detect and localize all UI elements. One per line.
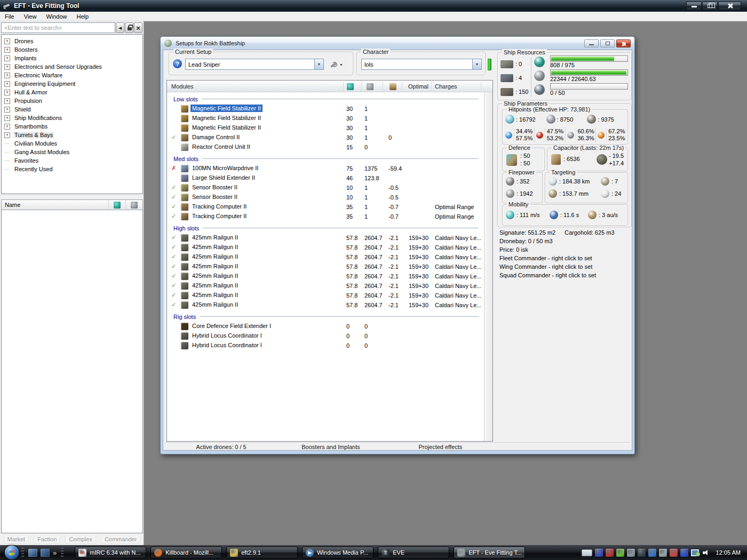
fitting-tools-button[interactable]: ▼ [329, 60, 347, 69]
character-combobox[interactable]: lols ▼ [361, 59, 482, 70]
network-icon[interactable] [691, 549, 700, 556]
fleet-commander-info[interactable]: Fleet Commander - right click to set [499, 255, 565, 263]
module-row-magnetic-field-stabilizer-ii[interactable]: Magnetic Field Stabilizer II301 [167, 104, 484, 114]
tray-update-check-icon[interactable] [659, 549, 667, 557]
tab-faction[interactable]: Faction [34, 535, 60, 543]
help-icon[interactable]: ? [173, 59, 182, 68]
expand-plus-icon[interactable]: + [4, 64, 10, 70]
tree-item-recently-used[interactable]: Recently Used [2, 165, 142, 173]
minimize-button[interactable] [686, 2, 702, 10]
setup-close-button[interactable] [616, 39, 631, 47]
module-row-425mm-railgun-ii[interactable]: ✓425mm Railgun II57.82604.7-2.1159+30Cal… [167, 233, 484, 243]
restore-button[interactable] [702, 2, 718, 10]
expand-plus-icon[interactable]: + [4, 132, 10, 138]
module-row-425mm-railgun-ii[interactable]: ✓425mm Railgun II57.82604.7-2.1159+30Cal… [167, 271, 484, 281]
module-row-425mm-railgun-ii[interactable]: ✓425mm Railgun II57.82604.7-2.1159+30Cal… [167, 252, 484, 262]
expand-plus-icon[interactable]: + [4, 107, 10, 113]
module-row-sensor-booster-ii[interactable]: ✓Sensor Booster II101-0.5 [167, 183, 484, 193]
module-row-sensor-booster-ii[interactable]: ✓Sensor Booster II101-0.5 [167, 193, 484, 202]
tray-app-gray-icon[interactable] [627, 549, 635, 557]
clock[interactable]: 12:05 AM [716, 549, 741, 556]
menu-view[interactable]: View [19, 12, 42, 21]
volume-icon[interactable] [703, 549, 710, 556]
dropdown-arrow-icon[interactable]: ▼ [472, 59, 481, 69]
tree-item-ship-modifications[interactable]: +Ship Modifications [2, 114, 142, 122]
module-row-magnetic-field-stabilizer-ii[interactable]: Magnetic Field Stabilizer II301 [167, 114, 484, 123]
powergrid-column-header[interactable] [367, 81, 374, 92]
expand-plus-icon[interactable]: + [4, 90, 10, 95]
tab-complex[interactable]: Complex [65, 535, 96, 543]
tree-item-electronics-and-sensor-upgrades[interactable]: +Electronics and Sensor Upgrades [2, 62, 142, 71]
tray-app-blue-icon[interactable] [648, 549, 656, 557]
show-desktop-icon[interactable] [28, 549, 37, 557]
module-row-425mm-railgun-ii[interactable]: ✓425mm Railgun II57.82604.7-2.1159+30Cal… [167, 291, 484, 300]
wing-commander-info[interactable]: Wing Commander - right click to set [499, 263, 565, 272]
module-row-damage-control-ii[interactable]: ✓Damage Control II3010 [167, 133, 484, 142]
menu-file[interactable]: File [0, 12, 19, 21]
taskbar-button-killboard-mozill[interactable]: Killboard - Mozill... [150, 547, 222, 558]
expand-plus-icon[interactable]: + [4, 55, 10, 61]
module-row-100mn-microwarpdrive-ii[interactable]: ✗100MN MicroWarpdrive II751375-59.4 [167, 164, 484, 173]
tray-app-dark-icon[interactable] [638, 549, 646, 557]
tab-commander[interactable]: Commander [101, 535, 141, 543]
module-row-425mm-railgun-ii[interactable]: ✓425mm Railgun II57.82604.7-2.1159+30Cal… [167, 262, 484, 271]
powergrid-column-header[interactable] [125, 200, 142, 210]
tray-windows-colors-icon[interactable] [670, 549, 678, 557]
dropdown-arrow-icon[interactable]: ▼ [314, 59, 323, 69]
search-back-button[interactable]: ◀ [116, 22, 124, 33]
start-button[interactable] [5, 546, 19, 559]
expand-plus-icon[interactable]: + [4, 81, 10, 87]
boosters-implants-panel[interactable]: Boosters and Implants [276, 444, 385, 450]
tree-item-propulsion[interactable]: +Propulsion [2, 97, 142, 105]
search-clear-button[interactable]: × [134, 22, 142, 33]
module-row-425mm-railgun-ii[interactable]: ✓425mm Railgun II57.82604.7-2.1159+30Cal… [167, 300, 484, 310]
search-input[interactable] [1, 22, 115, 33]
menu-help[interactable]: Help [72, 12, 94, 21]
taskbar-button-eft2-9-1[interactable]: eft2.9.1 [226, 547, 298, 558]
optimal-column-header[interactable]: Optimal [408, 81, 428, 92]
module-row-reactor-control-unit-ii[interactable]: Reactor Control Unit II150 [167, 142, 484, 152]
tab-market[interactable]: Market [4, 535, 29, 543]
taskbar-button-eft-eve-fitting-t[interactable]: EFT - Eve Fitting T... [454, 547, 525, 558]
setup-titlebar[interactable]: Setups for Rokh Battleship [161, 37, 634, 50]
tree-item-electronic-warfare[interactable]: +Electronic Warfare [2, 71, 142, 79]
search-lock-button[interactable] [125, 22, 133, 33]
tree-item-civilian-modules[interactable]: Civilian Modules [2, 139, 142, 148]
setup-maximize-button[interactable] [600, 39, 615, 47]
menu-window[interactable]: Window [41, 12, 71, 21]
tray-messenger-icon[interactable] [616, 549, 624, 557]
vertical-scrollbar[interactable] [484, 92, 492, 441]
module-row-large-shield-extender-ii[interactable]: Large Shield Extender II46123.8 [167, 173, 484, 183]
taskbar-button-windows-media-p[interactable]: ▶Windows Media P... [302, 547, 374, 558]
tray-security-shield-icon[interactable] [606, 549, 614, 557]
tree-item-hull-armor[interactable]: +Hull & Armor [2, 88, 142, 97]
overflow-chevron-icon[interactable]: » [53, 549, 57, 557]
taskbar-button-eve[interactable]: ΞEVE [378, 547, 449, 558]
setup-minimize-button[interactable] [584, 39, 599, 47]
tree-item-implants[interactable]: +Implants [2, 54, 142, 62]
tree-item-drones[interactable]: +Drones [2, 37, 142, 45]
expand-plus-icon[interactable]: + [4, 115, 10, 121]
cpu-column-header[interactable] [347, 81, 354, 92]
results-list[interactable] [1, 210, 143, 533]
window-switcher-icon[interactable] [41, 549, 50, 557]
tree-item-smartbombs[interactable]: +Smartbombs [2, 122, 142, 131]
expand-plus-icon[interactable]: + [4, 124, 10, 130]
squad-commander-info[interactable]: Squad Commander - right click to set [499, 272, 565, 281]
module-row-425mm-railgun-ii[interactable]: ✓425mm Railgun II57.82604.7-2.1159+30Cal… [167, 281, 484, 291]
module-row-hybrid-locus-coordinator-i[interactable]: Hybrid Locus Coordinator I00 [167, 341, 484, 350]
tree-item-engineering-equipment[interactable]: +Engineering Equipment [2, 79, 142, 88]
tree-item-boosters[interactable]: +Boosters [2, 45, 142, 54]
modules-column-header[interactable]: Modules [171, 81, 194, 92]
close-button[interactable] [718, 2, 741, 10]
module-row-tracking-computer-ii[interactable]: ✓Tracking Computer II351-0.7Optimal Rang… [167, 212, 484, 221]
tree-item-turrets-bays[interactable]: +Turrets & Bays [2, 131, 142, 139]
expand-plus-icon[interactable]: + [4, 73, 10, 78]
expand-plus-icon[interactable]: + [4, 98, 10, 104]
tree-item-shield[interactable]: +Shield [2, 105, 142, 114]
tray-player-icon[interactable] [680, 549, 688, 557]
expand-plus-icon[interactable]: + [4, 38, 10, 44]
tree-item-favorites[interactable]: Favorites [2, 156, 142, 165]
projected-effects-panel[interactable]: Projected effects [386, 444, 495, 450]
expand-plus-icon[interactable]: + [4, 47, 10, 53]
